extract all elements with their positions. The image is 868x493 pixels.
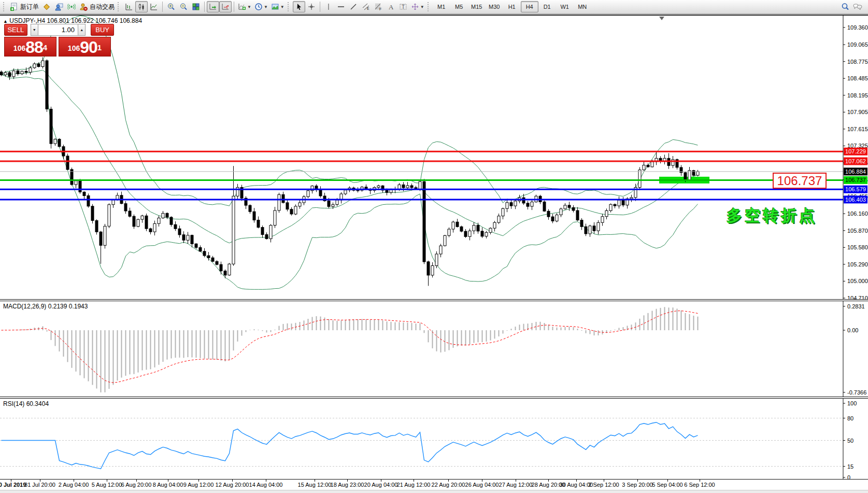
timeframe-M30[interactable]: M30: [486, 1, 503, 12]
zoom-out-button[interactable]: [177, 1, 190, 12]
dropdown-caret-icon: ▼: [280, 5, 284, 9]
sell-price-panel[interactable]: 106884: [4, 37, 56, 57]
candle: [158, 216, 160, 227]
time-axis-label: 27 Aug 12:00: [499, 482, 533, 488]
time-axis[interactable]: 30 Jul 201931 Jul 20:002 Aug 04:005 Aug …: [0, 480, 868, 490]
sell-button[interactable]: SELL: [4, 24, 27, 36]
candle: [497, 214, 500, 224]
candle: [70, 167, 73, 185]
candle: [589, 225, 591, 237]
line-chart-button[interactable]: [148, 1, 160, 12]
timeframe-M15[interactable]: M15: [468, 1, 486, 12]
price-axis-tick-label: 107.905: [847, 109, 868, 115]
candle: [187, 232, 189, 244]
search-button[interactable]: [839, 1, 851, 12]
price-axis-tick-label: 105.580: [847, 244, 868, 250]
timeframe-MN[interactable]: MN: [574, 1, 591, 12]
chart-shift-button[interactable]: [219, 1, 232, 12]
volume-input[interactable]: [38, 24, 78, 36]
trendline-button[interactable]: [347, 1, 360, 12]
timeframe-D1[interactable]: D1: [538, 1, 556, 12]
arrows-button[interactable]: ▼: [409, 1, 426, 12]
candle: [464, 229, 467, 238]
text-label-icon: T: [399, 3, 407, 11]
buy-button[interactable]: BUY: [91, 24, 114, 36]
candle: [274, 207, 276, 228]
candle: [692, 170, 695, 176]
candle: [137, 219, 139, 228]
zoom-in-button[interactable]: [165, 1, 177, 12]
candle: [149, 228, 152, 234]
candle: [124, 201, 127, 214]
timeframe-W1[interactable]: W1: [556, 1, 574, 12]
auto-scroll-button[interactable]: [207, 1, 219, 12]
chart-annotation-text[interactable]: 多空转折点: [727, 205, 817, 227]
candlestick-chart-button[interactable]: [135, 1, 148, 12]
candle: [427, 261, 430, 286]
candle: [655, 151, 658, 165]
one-click-trading-panel: SELL ▼ ▲ BUY 106884 106901: [4, 24, 114, 57]
candle: [265, 232, 268, 240]
candle: [112, 199, 115, 208]
signals-button[interactable]: [65, 1, 78, 12]
chat-button[interactable]: [851, 1, 864, 12]
time-axis-label: 31 Jul 20:00: [24, 482, 55, 488]
text-label-button[interactable]: T: [397, 1, 409, 12]
vertical-line-button[interactable]: [322, 1, 335, 12]
tile-windows-button[interactable]: [190, 1, 202, 12]
timeframe-M5[interactable]: M5: [450, 1, 468, 12]
horizontal-line-button[interactable]: [335, 1, 347, 12]
candle: [448, 228, 450, 237]
candle: [307, 189, 309, 198]
fibonacci-button[interactable]: F: [372, 1, 385, 12]
timeframe-group: M1M5M15M30H1H4D1W1MN: [433, 1, 591, 12]
equidistant-channel-button[interactable]: E: [360, 1, 372, 12]
indicators-button[interactable]: ▼: [236, 1, 253, 12]
svg-text:A: A: [389, 3, 394, 11]
candle: [236, 184, 239, 200]
candle: [54, 138, 56, 146]
autotrading-button[interactable]: 自动交易: [78, 1, 116, 12]
candle: [282, 192, 284, 204]
text-button[interactable]: A: [385, 1, 397, 12]
market-person-icon: [55, 3, 63, 11]
candle: [618, 196, 620, 209]
candle: [638, 167, 641, 191]
new-order-button[interactable]: 新订单: [8, 1, 40, 12]
time-axis-label: 5 Sep 04:00: [652, 482, 682, 488]
price-callout-box[interactable]: 106.737: [773, 173, 827, 189]
price-axis-tick-label: 109.065: [847, 41, 868, 48]
candle: [493, 221, 496, 231]
candle: [468, 229, 471, 241]
bar-chart-button[interactable]: [123, 1, 135, 12]
candle: [269, 224, 272, 242]
svg-text:F: F: [379, 7, 381, 11]
buy-price-panel[interactable]: 106901: [59, 37, 111, 57]
horizontal-line-icon: [337, 3, 345, 11]
timeframe-H1[interactable]: H1: [503, 1, 521, 12]
templates-button[interactable]: ▼: [269, 1, 286, 12]
main-chart-panel[interactable]: 109.360109.065108.775108.485108.195107.9…: [0, 16, 868, 299]
timeframe-H4[interactable]: H4: [521, 1, 538, 12]
toolbar-grip: [428, 2, 431, 11]
search-icon: [841, 3, 849, 11]
rsi-panel[interactable]: RSI(14) 60.3404 1008050150: [0, 399, 868, 479]
channel-icon: E: [362, 3, 370, 11]
market-button[interactable]: [53, 1, 65, 12]
macd-panel[interactable]: MACD(12,26,9) 0.2139 0.1943 0.28310.00-0…: [0, 301, 868, 397]
crosshair-icon: [307, 3, 316, 11]
one-click-expand-icon[interactable]: ▲: [3, 19, 8, 24]
arrows-icon: [411, 3, 419, 11]
cursor-button[interactable]: [293, 1, 305, 12]
metaeditor-button[interactable]: [40, 1, 53, 12]
candle: [261, 226, 264, 238]
fibonacci-icon: F: [374, 3, 382, 11]
crosshair-button[interactable]: [305, 1, 318, 12]
timeframe-M1[interactable]: M1: [433, 1, 450, 12]
candle: [510, 200, 513, 209]
text-a-icon: A: [387, 3, 395, 11]
volume-down-button[interactable]: ▼: [31, 24, 38, 36]
zoom-out-icon: [179, 3, 188, 11]
periods-button[interactable]: ▼: [253, 1, 269, 12]
volume-up-button[interactable]: ▲: [78, 24, 86, 36]
